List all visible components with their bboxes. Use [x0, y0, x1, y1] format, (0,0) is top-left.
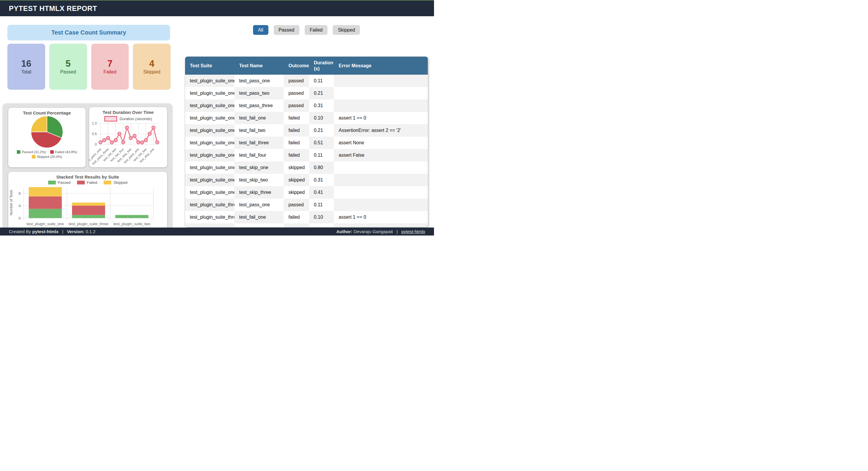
bar-segment-passed [29, 209, 62, 218]
cell-test-name: test_fail_one [235, 112, 284, 124]
filter-button-failed[interactable]: Failed [305, 25, 328, 35]
cell-error-message [334, 161, 428, 174]
cell-error-message [334, 75, 428, 87]
table-row: test_plugin_suite_onetest_fail_threefail… [185, 137, 428, 149]
line-chart: 1.00.50test_pass_onetest_pass_threetest_… [89, 122, 165, 166]
legend-item-passed: Passed (31.2%) [17, 150, 46, 154]
table-row: test_plugin_suite_onetest_skip_threeskip… [185, 186, 428, 199]
cell-duration: 0.31 [309, 99, 334, 112]
stacked-bar-chart-title: Stacked Test Results by Suite [8, 172, 167, 180]
filter-button-passed[interactable]: Passed [274, 25, 299, 35]
cell-test-suite: test_plugin_suite_one [185, 161, 235, 174]
pie-chart-title: Test Count Percentage [8, 108, 86, 115]
x-tick-label: test_plugin_suite_one [27, 222, 64, 226]
card-value: 7 [107, 59, 113, 69]
cell-error-message: assert False [334, 149, 428, 161]
cell-test-suite: test_plugin_suite_one [185, 75, 235, 87]
stacked-bar-chart-legend: PassedFailedSkipped [8, 180, 167, 185]
footer-left: Created By pytest-htmlx | Version: 0.1.2 [9, 229, 95, 234]
table-row: test_plugin_suite_onetest_fail_fourfaile… [185, 149, 428, 161]
cell-test-suite: test_plugin_suite_three [185, 199, 235, 211]
footer-link[interactable]: pytest-htmlx [401, 229, 425, 234]
cell-test-name: test_fail_four [235, 149, 284, 161]
table-row: test_plugin_suite_threetest_pass_onepass… [185, 199, 428, 211]
data-point [118, 132, 121, 135]
card-label: Passed [60, 69, 76, 75]
cell-test-name: test_pass_two [235, 87, 284, 99]
app-footer: Created By pytest-htmlx | Version: 0.1.2… [0, 227, 434, 236]
legend-label: Failed [87, 180, 97, 185]
card-label: Total [21, 69, 31, 75]
duration-legend-swatch [104, 116, 117, 122]
cell-duration: 0.10 [309, 112, 334, 124]
stacked-bar-chart-card: Stacked Test Results by Suite PassedFail… [8, 172, 167, 227]
summary-card-skipped: 4Skipped [133, 44, 170, 90]
created-by-value: pytest-htmlx [32, 229, 58, 234]
cell-test-suite: test_plugin_suite_one [185, 99, 235, 112]
card-label: Skipped [143, 69, 160, 75]
svg-text:8: 8 [19, 191, 21, 196]
line-chart-legend: Duration (seconds) [89, 116, 167, 122]
line-chart-title: Test Duration Over Time [89, 107, 167, 115]
cell-duration: 0.21 [309, 124, 334, 137]
pie-chart-card: Test Count Percentage Passed (31.2%)Fail… [8, 108, 86, 167]
cell-error-message [334, 186, 428, 199]
table-row: test_plugin_suite_onetest_pass_onepassed… [185, 75, 428, 87]
version-label: Version: [67, 229, 85, 234]
cell-duration: 0.11 [309, 75, 334, 87]
table-body: test_plugin_suite_onetest_pass_onepassed… [185, 75, 428, 227]
cell-error-message [334, 99, 428, 112]
cell-outcome: passed [284, 99, 309, 112]
data-point [137, 141, 140, 144]
app-header: PYTEST HTMLX REPORT [0, 1, 434, 16]
legend-swatch [104, 181, 111, 184]
cell-error-message [334, 174, 428, 186]
cell-test-name: test_pass_one [235, 75, 284, 87]
cell-test-suite: test_plugin_suite_one [185, 137, 235, 149]
cell-test-name: test_fail_three [235, 137, 284, 149]
legend-swatch [50, 150, 54, 154]
cell-duration: 0.31 [309, 174, 334, 186]
cell-outcome: failed [284, 211, 309, 223]
cell-test-suite: test_plugin_suite_one [185, 87, 235, 99]
cell-duration: 0.80 [309, 161, 334, 174]
cell-outcome: skipped [284, 186, 309, 199]
legend-swatch [77, 181, 85, 184]
cell-test-name: test_pass_one [235, 199, 284, 211]
line-chart-card: Test Duration Over Time Duration (second… [89, 107, 167, 167]
cell-outcome: failed [284, 223, 309, 227]
cell-test-suite: test_plugin_suite_one [185, 112, 235, 124]
pie-slice-skipped [31, 116, 47, 132]
table-row: test_plugin_suite_onetest_fail_onefailed… [185, 112, 428, 124]
cell-duration: 0.21 [309, 87, 334, 99]
table-row: test_plugin_suite_threetest_fail_onefail… [185, 211, 428, 223]
legend-label: Skipped [113, 180, 127, 185]
summary-card-total: 16Total [7, 44, 45, 90]
data-point [110, 141, 113, 144]
cell-duration: 0.10 [309, 211, 334, 223]
data-point [133, 134, 136, 137]
stacked-bar-chart: 048Number of Teststest_plugin_suite_onet… [8, 185, 162, 227]
bar-segment-skipped [29, 187, 62, 196]
summary-cards: 16Total5Passed7Failed4Skipped [7, 44, 170, 90]
data-point [106, 136, 110, 139]
legend-item-failed: Failed (43.8%) [50, 150, 78, 154]
pie-chart [30, 115, 63, 149]
legend-item-skipped: Skipped (25.0%) [32, 155, 62, 158]
filter-button-all[interactable]: All [253, 25, 268, 35]
column-header: Error Message [334, 57, 428, 75]
cell-outcome: failed [284, 124, 309, 137]
cell-duration: 0.51 [309, 137, 334, 149]
cell-duration: 0.11 [309, 149, 334, 161]
data-point [103, 138, 106, 142]
footer-separator: | [62, 229, 63, 234]
card-value: 4 [149, 59, 154, 69]
cell-outcome: skipped [284, 161, 309, 174]
cell-test-suite: test_plugin_suite_one [185, 149, 235, 161]
summary-card-passed: 5Passed [49, 44, 87, 90]
filter-button-skipped[interactable]: Skipped [333, 25, 360, 35]
cell-outcome: skipped [284, 174, 309, 186]
card-value: 16 [21, 59, 31, 69]
card-value: 5 [66, 59, 70, 69]
cell-test-suite: test_plugin_suite_one [185, 174, 235, 186]
